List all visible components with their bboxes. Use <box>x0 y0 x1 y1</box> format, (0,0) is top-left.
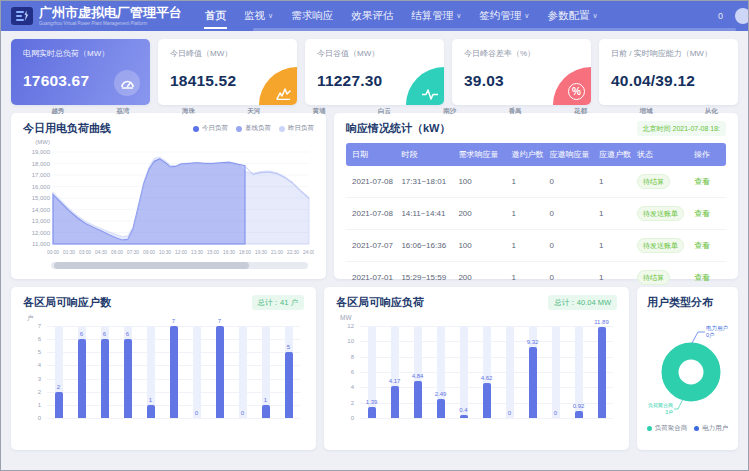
category-label: 南沙 <box>417 107 482 116</box>
bar-plot-area: 1.394.174.842.490.44.6209.3200.9211.89 <box>360 326 613 418</box>
category-label: 花都 <box>548 107 613 116</box>
bar-cell: 0.4 <box>452 326 475 418</box>
bar-cell: 4.84 <box>406 326 429 418</box>
bar-cell: 9.32 <box>521 326 544 418</box>
nav-item-5[interactable]: 签约管理∨ <box>470 1 538 31</box>
bar-value-label: 4.62 <box>475 375 498 381</box>
donut-legend-item-1[interactable]: 电力用户 <box>694 424 728 433</box>
kpi-label: 今日谷值（MW） <box>317 48 432 59</box>
bar-cells: 1.394.174.842.490.44.6209.3200.9211.89 <box>360 326 613 418</box>
y-axis-unit-label: 户 <box>27 314 34 323</box>
svg-text:07:30: 07:30 <box>127 250 139 255</box>
bar-track <box>552 326 560 418</box>
y-axis-tick: 5 <box>23 349 41 355</box>
bar-cell: 6 <box>70 326 93 418</box>
bar <box>460 415 468 418</box>
status-badge: 待发送账单 <box>637 238 684 253</box>
bar-value-label: 6 <box>70 331 93 337</box>
bar <box>575 411 583 418</box>
bar-cell: 4.62 <box>475 326 498 418</box>
data-zoom-window[interactable] <box>54 262 249 269</box>
table-cell: 0 <box>544 166 593 198</box>
bar-value-label: 0.92 <box>567 403 590 409</box>
nav-item-1[interactable]: 监视∨ <box>235 1 282 31</box>
response-stats-header: 响应情况统计（kW） 北京时间 2021-07-08 18: <box>346 121 726 136</box>
kpi-card-0: 电网实时总负荷（MW）17603.67 <box>11 39 150 105</box>
svg-text:22:30: 22:30 <box>287 250 299 255</box>
svg-text:16:30: 16:30 <box>223 250 235 255</box>
bar-value-label: 4.84 <box>406 373 429 379</box>
kpi-label: 电网实时总负荷（MW） <box>23 48 138 59</box>
user-type-panel: 用户类型分布 电力用户0户负荷聚合商3户 负荷聚合商电力用户 <box>637 287 738 450</box>
chevron-down-icon: ∨ <box>592 12 597 20</box>
svg-text:13:30: 13:30 <box>191 250 203 255</box>
legend-dot <box>193 126 199 132</box>
svg-text:电力用户: 电力用户 <box>706 325 728 332</box>
bar-value-label: 11.89 <box>590 319 613 325</box>
category-label: 增城 <box>613 107 678 116</box>
bar-chart-body: 户7654321026661707015 <box>23 314 304 430</box>
legend-dot <box>647 426 652 431</box>
notification-count[interactable]: 0 <box>718 11 723 21</box>
donut-legend-item-0[interactable]: 负荷聚合商 <box>647 424 688 433</box>
category-label: 从化 <box>679 107 744 116</box>
view-link[interactable]: 查看 <box>694 209 710 218</box>
table-cell: 1 <box>593 230 631 262</box>
legend-dot <box>694 426 699 431</box>
category-label: 越秀 <box>25 107 90 116</box>
bar-value-label: 1 <box>139 397 162 403</box>
nav-item-6[interactable]: 参数配置∨ <box>538 1 606 31</box>
svg-text:19,000: 19,000 <box>32 149 51 155</box>
user-type-donut-chart: 电力用户0户负荷聚合商3户 <box>647 310 728 422</box>
y-axis-tick: 0 <box>336 415 354 421</box>
bar-cell: 11.89 <box>590 326 613 418</box>
nav-item-4[interactable]: 结算管理∨ <box>402 1 470 31</box>
category-label: 海珠 <box>156 107 221 116</box>
table-cell: 待发送账单 <box>631 230 688 262</box>
y-axis-tick: 12 <box>336 323 354 329</box>
view-link[interactable]: 查看 <box>694 273 710 282</box>
data-zoom-slider[interactable] <box>51 262 308 269</box>
kpi-label: 今日峰谷差率（%） <box>464 48 579 59</box>
category-label: 天河 <box>221 107 286 116</box>
district-households-header: 各区局可响应户数 总计：41 户 <box>23 295 304 310</box>
nav-item-label: 签约管理 <box>479 9 521 23</box>
load-curve-panel: 今日用电负荷曲线 今日负荷基线负荷昨日负荷 19,00018,00017,000… <box>11 113 326 279</box>
view-link[interactable]: 查看 <box>694 241 710 250</box>
nav-item-2[interactable]: 需求响应 <box>282 1 342 31</box>
nav-item-3[interactable]: 效果评估 <box>342 1 402 31</box>
kpi-card-2: 今日谷值（MW）11227.30 <box>305 39 444 105</box>
svg-text:18:00: 18:00 <box>239 250 251 255</box>
bar-cell: 1 <box>254 326 277 418</box>
bar-value-label: 2 <box>47 384 70 390</box>
table-cell: 200 <box>452 198 505 230</box>
bar-value-label: 2.49 <box>429 391 452 397</box>
legend-item-1[interactable]: 基线负荷 <box>236 124 271 133</box>
svg-text:15:00: 15:00 <box>207 250 219 255</box>
bar-cell: 0 <box>185 326 208 418</box>
bar-value-label: 4.17 <box>383 378 406 384</box>
bar-value-label: 7 <box>162 318 185 324</box>
bar <box>262 405 270 418</box>
user-avatar[interactable] <box>735 8 749 24</box>
bar-cells: 26661707015 <box>47 326 300 418</box>
svg-text:15,000: 15,000 <box>32 195 51 201</box>
bar-track <box>460 326 468 418</box>
bar-cell: 1.39 <box>360 326 383 418</box>
table-cell: 100 <box>452 166 505 198</box>
svg-text:(MW): (MW) <box>35 139 50 145</box>
y-axis-tick: 6 <box>23 336 41 342</box>
status-badge: 待结算 <box>637 174 670 189</box>
table-header-cell: 应邀响应量 <box>544 143 593 166</box>
table-cell: 待结算 <box>631 166 688 198</box>
legend-item-2[interactable]: 昨日负荷 <box>279 124 314 133</box>
app-title: 广州市虚拟电厂管理平台 <box>39 6 182 19</box>
svg-text:16,000: 16,000 <box>32 184 51 190</box>
view-link[interactable]: 查看 <box>694 177 710 186</box>
svg-text:负荷聚合商: 负荷聚合商 <box>648 402 673 409</box>
y-axis-tick: 3 <box>23 376 41 382</box>
legend-item-0[interactable]: 今日负荷 <box>193 124 228 133</box>
app-logo[interactable] <box>11 7 33 25</box>
category-axis: 越秀荔湾海珠天河黄埔白云南沙番禺花都增城从化 <box>25 107 744 116</box>
nav-item-0[interactable]: 首页 <box>196 1 235 31</box>
